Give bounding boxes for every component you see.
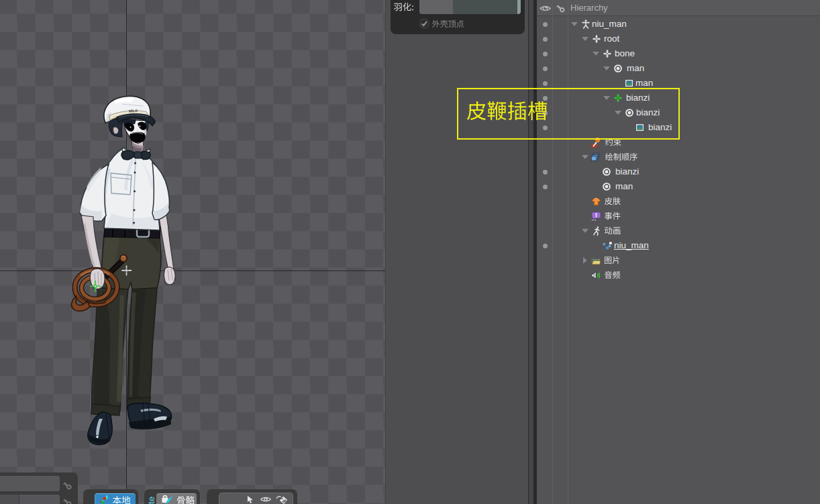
svg-text:MILK: MILK — [129, 109, 138, 113]
svg-text:te: te — [146, 497, 156, 504]
